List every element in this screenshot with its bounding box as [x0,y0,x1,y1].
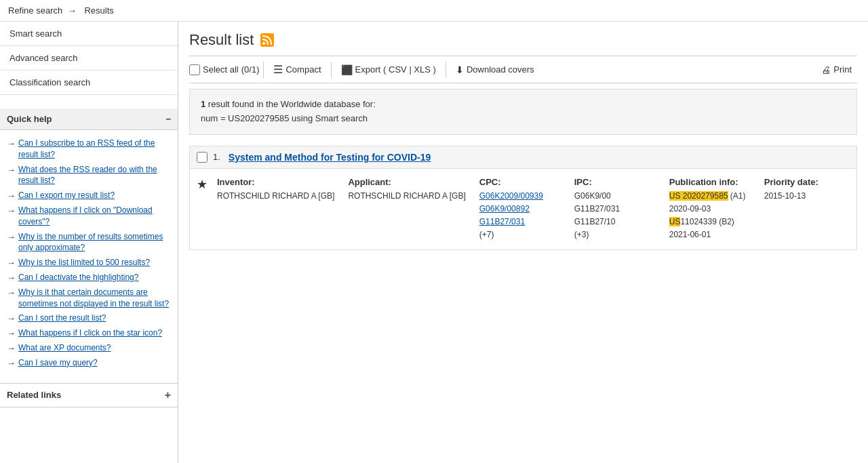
breadcrumb-arrow: → [68,5,77,16]
quick-help-collapse-icon: − [165,114,171,124]
result-count: 1 [201,99,205,109]
main-layout: Smart search Advanced search Classificat… [0,22,868,463]
ipc-code: G11B27/10 [574,216,656,228]
print-button[interactable]: 🖨 Print [816,62,857,78]
quick-help-item: Can I subscribe to an RSS feed of the re… [7,138,171,161]
applicant-field: Applicant: ROTHSCHILD RICHARD A [GB] [348,177,465,242]
result-item-title: System and Method for Testing for COVID-… [229,152,431,163]
select-all-label[interactable]: Select all [203,64,239,75]
cpc-code-link[interactable]: G06K2009/00939 [479,191,543,201]
cpc-field: CPC: G06K2009/00939 G06K9/00892 G11B27/0… [479,177,561,242]
quick-help-highlighting-link[interactable]: Can I deactivate the highlighting? [18,272,138,283]
result-item-checkbox[interactable] [197,152,208,163]
quick-help-star-icon-link[interactable]: What happens if I click on the star icon… [18,327,162,339]
quick-help-save-query-link[interactable]: Can I save my query? [18,357,98,369]
ipc-label: IPC: [574,177,656,187]
main-content: Result list Select all (0/1) [178,22,868,463]
priority-date-field: Priority date: 2015-10-13 [764,177,846,242]
cpc-code-link[interactable]: G11B27/031 [479,217,525,226]
quick-help-toggle[interactable]: Quick help − [0,108,178,130]
page-wrapper: Refine search → Results Smart search Adv… [0,0,868,463]
inventor-label: Inventor: [217,177,334,187]
breadcrumb-results: Results [84,5,113,16]
pub-info-suffix-1: (A1) [730,191,746,201]
related-links-title: Related links [7,390,61,400]
select-count: (0/1) [241,64,260,75]
export-label: Export [355,64,381,75]
rss-icon[interactable] [260,33,274,47]
quick-help-rss-reader-link[interactable]: What does the RSS reader do with the res… [18,164,171,187]
result-query: num = US2020279585 [201,113,289,123]
quick-help-rss-feed-link[interactable]: Can I subscribe to an RSS feed of the re… [18,138,171,161]
result-fields: Inventor: ROTHSCHILD RICHARD A [GB] Appl… [217,177,850,242]
sidebar-item-advanced-search[interactable]: Advanced search [0,46,178,71]
applicant-value: ROTHSCHILD RICHARD A [GB] [348,190,465,203]
compact-label: Compact [285,64,321,75]
sidebar-item-classification-search[interactable]: Classification search [0,71,178,95]
sidebar-nav: Smart search Advanced search Classificat… [0,22,178,95]
result-list-heading: Result list [189,31,254,49]
quick-help-download-covers-link[interactable]: What happens if I click on "Download cov… [18,205,171,228]
quick-help-item: Can I save my query? [7,357,171,369]
result-item-header: 1. System and Method for Testing for COV… [190,146,856,169]
inventor-value: ROTHSCHILD RICHARD A [GB] [217,190,334,203]
quick-help-item: What happens if I click on the star icon… [7,327,171,339]
toolbar-separator-2 [331,62,332,78]
download-icon: ⬇ [456,64,464,75]
related-links-toggle[interactable]: Related links + [0,383,178,407]
related-links-expand-icon: + [165,389,171,401]
quick-help-item: Why is it that certain documents are som… [7,287,171,310]
ipc-more: (+3) [574,228,656,241]
list-icon: ☰ [273,63,283,76]
result-method: using Smart search [292,113,368,123]
quick-help-item: Can I sort the result list? [7,313,171,324]
pub-info-suffix-3: 11024339 (B2) [680,217,734,226]
pub-info-line4: 2021-06-01 [669,228,751,241]
quick-help-certain-docs-link[interactable]: Why is it that certain documents are som… [18,287,171,310]
export-button[interactable]: ⬛ Export ( CSV | XLS ) [336,62,441,78]
quick-help-item: Why is the number of results sometimes o… [7,231,171,254]
toolbar-separator-1 [263,62,264,78]
star-icon[interactable]: ★ [197,178,208,191]
pub-info-field: Publication info: US 2020279585 (A1) 202… [669,177,751,242]
quick-help-limit-500-link[interactable]: Why is the list limited to 500 results? [18,257,150,268]
quick-help-approx-results-link[interactable]: Why is the number of results sometimes o… [18,231,171,254]
quick-help-item: Can I deactivate the highlighting? [7,272,171,283]
download-covers-button[interactable]: ⬇ Download covers [450,62,540,78]
quick-help-xp-docs-link[interactable]: What are XP documents? [18,342,111,354]
quick-help-export-link[interactable]: Can I export my result list? [18,190,115,201]
quick-help-title: Quick help [7,114,52,124]
select-all-checkbox[interactable] [189,64,200,75]
quick-help-item: What happens if I click on "Download cov… [7,205,171,228]
star-col: ★ [197,177,217,242]
pub-info-label: Publication info: [669,177,751,187]
quick-help-sort-result-link[interactable]: Can I sort the result list? [18,313,106,324]
pub-info-line1: US 2020279585 (A1) [669,190,751,203]
pub-info-line3: US11024339 (B2) [669,216,751,228]
quick-help-item: Why is the list limited to 500 results? [7,257,171,268]
print-label: Print [833,64,852,75]
ipc-code: G11B27/031 [574,203,656,216]
cpc-value: G06K2009/00939 G06K9/00892 G11B27/031 (+… [479,190,561,242]
priority-date-label: Priority date: [764,177,846,187]
quick-help-item: What does the RSS reader do with the res… [7,164,171,187]
compact-button[interactable]: ☰ Compact [268,60,326,79]
result-database: Worldwide database [281,99,361,109]
pub-info-date1: 2020-09-03 [669,204,711,214]
pub-info-line2: 2020-09-03 [669,203,751,216]
ipc-code: G06K9/00 [574,190,656,203]
pub-info-value: US 2020279585 (A1) 2020-09-03 US11024339… [669,190,751,242]
result-item-title-link[interactable]: System and Method for Testing for COVID-… [229,152,431,163]
result-item: 1. System and Method for Testing for COV… [189,146,857,251]
sidebar-item-smart-search[interactable]: Smart search [0,22,178,46]
print-icon: 🖨 [821,64,831,75]
cpc-code-link[interactable]: G06K9/00892 [479,204,530,214]
refine-search-link[interactable]: Refine search [8,5,62,16]
breadcrumb: Refine search → Results [0,0,868,22]
ipc-field: IPC: G06K9/00 G11B27/031 G11B27/10 (+3) [574,177,656,242]
result-summary: 1 result found in the Worldwide database… [189,89,857,135]
quick-help-item: Can I export my result list? [7,190,171,201]
pub-info-highlight-2: US [669,217,681,226]
result-item-number: 1. [213,152,220,162]
svg-point-1 [262,42,265,45]
